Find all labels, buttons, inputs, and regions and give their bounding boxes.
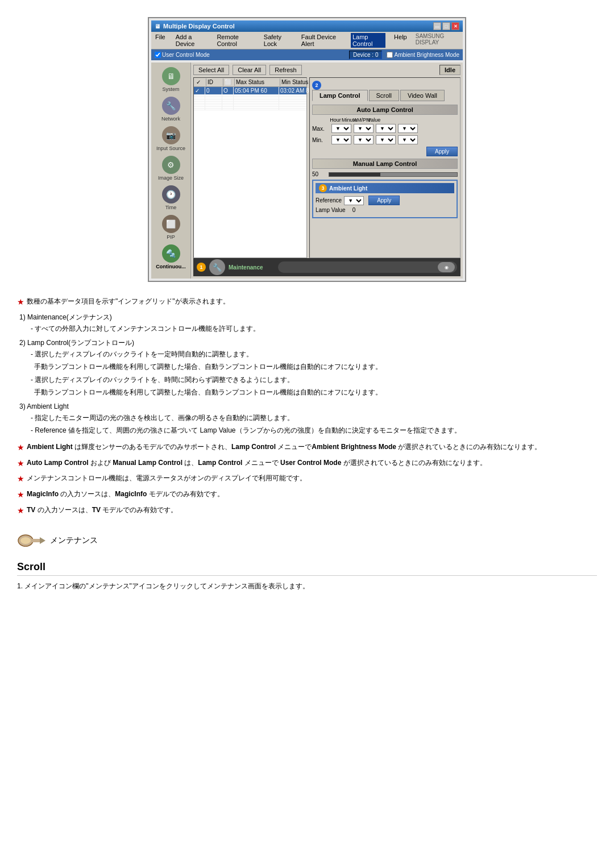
max-ampm-select[interactable]: ▼ (376, 124, 396, 133)
star6-bold2: TV (92, 506, 101, 514)
app-window: 🖥 Multiple Display Control — □ ✕ File Ad… (17, 17, 597, 282)
window-controls[interactable]: — □ ✕ (433, 22, 459, 30)
maintenance-circle-num: 1 (197, 263, 206, 272)
minimize-button[interactable]: — (433, 22, 441, 30)
star-item-3: ★ Auto Lamp Control および Manual Lamp Cont… (17, 457, 597, 471)
slider-area: 50 (312, 171, 458, 177)
svg-point-1 (20, 537, 31, 544)
network-label: Network (161, 116, 180, 122)
tab-lamp-control[interactable]: Lamp Control (312, 90, 368, 101)
ambient-apply-button[interactable]: Apply (368, 196, 400, 205)
menu-remote-control[interactable]: Remote Control (215, 33, 255, 48)
time-icon: 🕐 (162, 185, 180, 203)
menu-file[interactable]: File (154, 33, 167, 48)
max-value-select[interactable]: ▼ (398, 124, 418, 133)
sidebar-item-maintenance[interactable]: 🔩 Continuou... (151, 242, 190, 272)
max-row: Max. ▼ ▼ ▼ ▼ (312, 124, 458, 133)
sidebar-item-system[interactable]: 🖥 System (151, 65, 190, 94)
maintenance-control-knob[interactable]: ◉ (438, 262, 455, 272)
star-item-2: ★ Ambient Light は輝度センサーのあるモデルでのみサポートされ、L… (17, 441, 597, 455)
col-hour (312, 117, 329, 123)
tab-video-wall[interactable]: Video Wall (400, 90, 445, 101)
tabs-container: Lamp Control Scroll Video Wall (312, 90, 458, 101)
svg-marker-3 (40, 537, 45, 544)
sidebar-item-input-source[interactable]: 📷 Input Source (151, 124, 190, 153)
star2-text1: は輝度センサーのあるモデルでのみサポートされ、 (73, 443, 231, 451)
menu-safety-lock[interactable]: Safety Lock (262, 33, 293, 48)
ambient-circle-num: 3 (319, 184, 327, 192)
star3-bold3: Lamp Control (198, 459, 242, 467)
sidebar-item-network[interactable]: 🔧 Network (151, 94, 190, 124)
item1-sub1-text: すべての外部入力に対してメンテナンスコントロール機能を許可します。 (35, 325, 260, 333)
refresh-button[interactable]: Refresh (269, 65, 302, 75)
star-icon-4: ★ (17, 472, 24, 486)
user-control-checkbox[interactable] (155, 52, 161, 58)
maximize-button[interactable]: □ (442, 22, 450, 30)
item2-sub2-text: 手動ランプコントロール機能を利用して調整した場合、自動ランプコントロール機能は自… (34, 363, 382, 371)
sidebar-item-pip[interactable]: ⬜ PIP (151, 213, 190, 242)
col-minute-lbl: Minute (342, 117, 353, 123)
close-button[interactable]: ✕ (451, 22, 459, 30)
star-icon-3: ★ (17, 457, 24, 471)
ambient-brightness-item[interactable]: Ambient Brightness Mode (387, 52, 459, 58)
reference-select[interactable]: ▼ (344, 196, 364, 205)
sidebar-item-image-size[interactable]: ⚙ Image Size (151, 153, 190, 183)
select-all-button[interactable]: Select All (193, 65, 229, 75)
menu-lamp-control[interactable]: Lamp Control (351, 33, 385, 48)
min-value-select[interactable]: ▼ (398, 135, 418, 144)
auto-lamp-title: Auto Lamp Control (312, 105, 458, 115)
main-content: 🖥 System 🔧 Network 📷 Input Source ⚙ Imag… (151, 63, 463, 279)
user-control-label: User Control Mode (162, 52, 210, 58)
min-ampm-select[interactable]: ▼ (376, 135, 396, 144)
star6-text1: の入力ソースは、 (35, 506, 92, 514)
star-icon-5: ★ (17, 488, 24, 502)
lamp-slider[interactable] (329, 172, 458, 177)
image-size-label: Image Size (158, 175, 184, 181)
maintenance-sidebar-label: Continuou... (156, 264, 185, 269)
scroll-section: Scroll 1. メインアイコン欄の"メンテナンス"アイコンをクリックしてメン… (17, 561, 597, 592)
list-header: ✓ ID ⬜ Max Status Min Status (194, 78, 306, 87)
star-item-6: ★ TV の入力ソースは、TV モデルでのみ有効です。 (17, 504, 597, 518)
user-control-mode-item[interactable]: User Control Mode (155, 52, 210, 58)
star6-bold1: TV (27, 506, 35, 514)
sidebar-item-time[interactable]: 🕐 Time (151, 183, 190, 213)
table-row[interactable] (194, 109, 306, 110)
star3-bold1: Auto Lamp Control (27, 459, 89, 467)
clear-all-button[interactable]: Clear All (233, 65, 266, 75)
star6-content: TV の入力ソースは、TV モデルでのみ有効です。 (27, 504, 177, 518)
item1-sub1: すべての外部入力に対してメンテナンスコントロール機能を許可します。 (31, 323, 597, 334)
window-titlebar: 🖥 Multiple Display Control — □ ✕ (151, 20, 463, 32)
menu-fault-device[interactable]: Fault Device Alert (300, 33, 344, 48)
star3-text4: が選択されているときにのみ有効になります。 (341, 459, 486, 467)
min-hour-select[interactable]: ▼ (331, 135, 351, 144)
menu-help[interactable]: Help (392, 33, 409, 48)
ambient-title-bar: 3 Ambient Light (316, 183, 454, 193)
star3-text3: メニューで (242, 459, 280, 467)
ambient-title: Ambient Light (329, 185, 367, 192)
item2-sub2: 手動ランプコントロール機能を利用して調整した場合、自動ランプコントロール機能は自… (31, 361, 597, 372)
main-panel: Select All Clear All Refresh Idle ✓ ID ⬜… (191, 63, 463, 279)
ambient-brightness-checkbox[interactable] (387, 52, 393, 58)
star-icon-2: ★ (17, 441, 24, 455)
star3-content: Auto Lamp Control および Manual Lamp Contro… (27, 457, 487, 471)
star5-content: MagicInfo の入力ソースは、MagicInfo モデルでのみ有効です。 (27, 488, 224, 502)
col-hour-lbl: Hour (330, 117, 341, 123)
star-icon-1: ★ (17, 296, 24, 309)
menu-add-device[interactable]: Add a Device (174, 33, 209, 48)
item3-sub2-text: Reference 値を指定して、周囲の光の強さに基づいて Lamp Value… (35, 426, 460, 434)
max-hour-select[interactable]: ▼ (331, 124, 351, 133)
table-row[interactable]: ✓ 0 O 05:04 PM 60 03:02 AM 80 (194, 87, 306, 95)
item2: 2) Lamp Control(ランプコントロール) 選択したディスプレイのバッ… (19, 337, 597, 398)
ambient-section: 3 Ambient Light Reference ▼ Apply Lamp V… (312, 180, 458, 218)
star2-text3: が選択されているときにのみ有効になります。 (396, 443, 541, 451)
star3-bold2: Manual Lamp Control (113, 459, 182, 467)
item1: 1) Maintenance(メンテナンス) すべての外部入力に対してメンテナン… (19, 312, 597, 335)
max-minute-select[interactable]: ▼ (354, 124, 374, 133)
row-check: ✓ (194, 87, 205, 94)
star-item-5: ★ MagicInfo の入力ソースは、MagicInfo モデルでのみ有効です… (17, 488, 597, 502)
min-minute-select[interactable]: ▼ (354, 135, 374, 144)
item2-sub1-text: 選択したディスプレイのバックライトを一定時間自動的に調整します。 (35, 350, 253, 358)
tab-scroll[interactable]: Scroll (369, 90, 400, 101)
star2-text2: メニューで (276, 443, 312, 451)
auto-lamp-apply-button[interactable]: Apply (426, 147, 458, 156)
